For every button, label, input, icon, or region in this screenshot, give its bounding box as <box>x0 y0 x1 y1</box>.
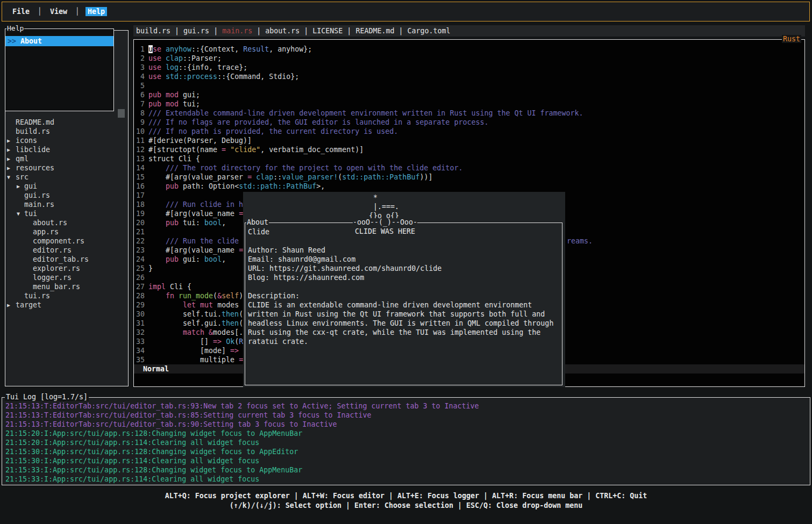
chevron-right-icon[interactable]: ▶ <box>7 136 10 145</box>
tree-item-label: target <box>16 301 41 309</box>
code-token: #[arg(value_name <box>148 246 239 254</box>
chevron-right-icon[interactable]: ▶ <box>7 163 10 173</box>
code-line-8: 8/// Extendable command-line driven deve… <box>136 109 804 118</box>
code-token: gui; <box>179 91 200 99</box>
code-token: run_mode <box>179 292 213 300</box>
about-popup-title: About <box>246 218 269 226</box>
code-token: bool <box>204 219 222 227</box>
tab-build-rs[interactable]: build.rs <box>136 27 170 35</box>
tree-item-main-rs[interactable]: main.rs <box>5 200 128 209</box>
code-token: pub <box>166 255 179 263</box>
code-token: value_parser! <box>282 173 338 181</box>
code-token: tui: <box>179 219 204 227</box>
line-number: 4 <box>136 72 145 81</box>
code-token: clap <box>256 173 273 181</box>
code-line-9: 9/// If no flags are provided, the GUI e… <box>136 118 804 127</box>
tab-main-rs[interactable]: main.rs <box>222 27 252 35</box>
tree-item-icons[interactable]: ▶icons <box>5 136 128 145</box>
tree-item-gui-rs[interactable]: gui.rs <box>5 191 128 200</box>
tree-item-build-rs[interactable]: build.rs <box>5 127 128 136</box>
code-line-5: 5 <box>136 81 804 90</box>
code-token: fn <box>166 292 174 300</box>
tree-item-resources[interactable]: ▶resources <box>5 163 128 173</box>
code-token <box>148 219 166 227</box>
code-line-3: 3use log::{info, trace}; <box>136 63 804 72</box>
tree-item-src[interactable]: ▼src <box>5 173 128 182</box>
tab-README-md[interactable]: README.md <box>355 27 394 35</box>
code-token <box>148 182 166 190</box>
code-token: std::path::PathBuf <box>342 173 419 181</box>
code-token: /// Run clide in h <box>148 200 243 209</box>
tree-item-component-rs[interactable]: component.rs <box>5 236 128 246</box>
tui-log-panel[interactable]: Tui Log [log=1.7/s] 21:15:13:T:EditorTab… <box>2 397 810 485</box>
chevron-down-icon[interactable]: ▼ <box>7 173 10 182</box>
tab-about-rs[interactable]: about.rs <box>265 27 300 35</box>
chevron-right-icon[interactable]: ▶ <box>7 300 10 310</box>
chevron-right-icon[interactable]: ▶ <box>17 182 20 191</box>
line-number: 1 <box>136 45 145 54</box>
code-line-14: 14 /// The root directory for the projec… <box>136 163 804 173</box>
tree-item-label: app.rs <box>33 228 59 236</box>
code-token: struct Cli { <box>148 155 200 163</box>
code-line-12: 12#[structopt(name = "clide", verbatim_d… <box>136 145 804 154</box>
tab-gui-rs[interactable]: gui.rs <box>183 27 209 35</box>
tree-item-editor-rs[interactable]: editor.rs <box>5 246 128 255</box>
about-popup: * |.===. {}o o{} About -ooO--(_)--Ooo- C… <box>243 192 565 387</box>
help-menu-item-about[interactable]: >>About <box>5 36 113 46</box>
menu-item-view[interactable]: View <box>48 7 69 16</box>
code-token: reams. <box>567 236 593 246</box>
tree-item-menu_bar-rs[interactable]: menu_bar.rs <box>5 282 128 291</box>
chevron-down-icon[interactable]: ▼ <box>17 209 20 218</box>
about-popup-body: Clide Author: Shaun Reed Email: shaunrd0… <box>248 227 553 346</box>
log-entry: 21:15:13:T:EditorTab:src/tui/editor_tab.… <box>5 420 479 429</box>
tree-item-label: logger.rs <box>33 274 72 282</box>
tab-separator: | <box>343 27 355 35</box>
help-scrollbar-thumb[interactable] <box>118 109 125 118</box>
menu-item-file[interactable]: File <box>10 7 32 16</box>
tree-item-tui-rs[interactable]: tui.rs <box>5 291 128 300</box>
tree-item-label: gui <box>24 182 37 190</box>
code-token <box>161 73 166 81</box>
tree-item-logger-rs[interactable]: logger.rs <box>5 273 128 282</box>
line-number: 30 <box>136 310 145 319</box>
tab-separator: | <box>300 27 312 35</box>
line-number: 15 <box>136 173 145 182</box>
chevron-right-icon[interactable]: ▶ <box>7 154 10 163</box>
tree-item-explorer-rs[interactable]: explorer.rs <box>5 264 128 273</box>
line-number: 5 <box>136 81 145 90</box>
code-token: pub <box>166 182 179 190</box>
tree-item-label: tui <box>24 210 37 218</box>
menu-item-help[interactable]: Help <box>86 7 107 16</box>
tree-item-label: README.md <box>16 118 54 126</box>
code-token: /// Extendable command-line driven devel… <box>148 109 583 117</box>
tree-item-libclide[interactable]: ▶libclide <box>5 145 128 154</box>
menu-separator: │ <box>38 8 42 16</box>
tree-item-qml[interactable]: ▶qml <box>5 154 128 163</box>
help-dropdown: Help >>About <box>5 28 114 111</box>
line-number: 31 <box>136 319 145 328</box>
chevron-right-icon[interactable]: ▶ <box>7 145 10 154</box>
log-lines: 21:15:13:T:EditorTab:src/tui/editor_tab.… <box>5 401 479 484</box>
code-token: /// If no path is provided, the current … <box>148 127 398 135</box>
tab-Cargo-toml[interactable]: Cargo.toml <box>407 27 450 35</box>
tree-item-README-md[interactable]: README.md <box>5 118 128 127</box>
tree-item-about-rs[interactable]: about.rs <box>5 218 128 227</box>
log-entry: 21:15:33:I:App:src/tui/app.rs:114:Cleari… <box>5 475 479 484</box>
line-number: 7 <box>136 99 145 109</box>
tree-item-target[interactable]: ▶target <box>5 300 128 310</box>
code-token: mod <box>166 91 179 99</box>
line-number: 26 <box>136 273 145 282</box>
tab-LICENSE[interactable]: LICENSE <box>312 27 343 35</box>
tree-item-tui[interactable]: ▼tui <box>5 209 128 218</box>
tree-item-gui[interactable]: ▶gui <box>5 182 128 191</box>
tree-item-app-rs[interactable]: app.rs <box>5 227 128 236</box>
line-number: 21 <box>136 227 145 236</box>
tree-item-editor_tab-rs[interactable]: editor_tab.rs <box>5 255 128 264</box>
tree-item-label: tui.rs <box>24 292 50 300</box>
tab-separator: | <box>209 27 222 35</box>
code-token: then <box>222 310 239 318</box>
code-token: modes[. <box>213 328 243 336</box>
code-token: Result <box>243 45 269 53</box>
code-token: tui; <box>179 100 200 108</box>
tree-item-label: qml <box>16 155 29 163</box>
